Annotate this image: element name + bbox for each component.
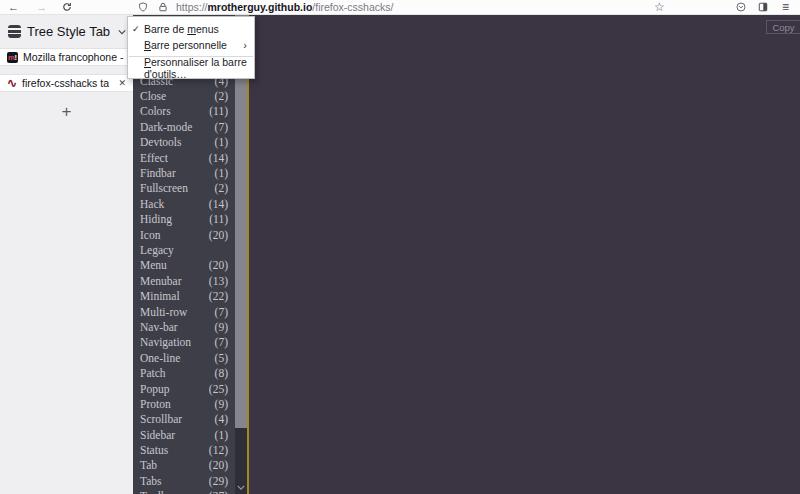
tag-count: (20) <box>209 459 228 471</box>
reload-icon[interactable] <box>62 2 72 16</box>
context-menu: ✓Barre de menusBarre personnelle›Personn… <box>127 16 255 79</box>
tag-count: (4) <box>215 413 228 425</box>
tag-name: Menubar <box>140 275 182 287</box>
tag-name: Menu <box>140 259 167 271</box>
tag-link-status[interactable]: Status(12) <box>133 442 235 457</box>
new-tab-button[interactable]: + <box>0 101 133 123</box>
tag-name: Findbar <box>140 167 176 179</box>
tag-count: (11) <box>209 213 228 225</box>
menu-item-personnaliser-la-barre-d-outils[interactable]: Personnaliser la barre d'outils… <box>128 60 254 76</box>
tag-link-navigation[interactable]: Navigation(7) <box>133 335 235 350</box>
tag-link-one-line[interactable]: One-line(5) <box>133 350 235 365</box>
tag-link-effect[interactable]: Effect(14) <box>133 150 235 165</box>
tag-name: Legacy <box>140 244 174 256</box>
page-content: Classic(4)Close(2)Colors(11)Dark-mode(7)… <box>133 15 800 494</box>
library-icon[interactable] <box>758 2 768 16</box>
lock-icon[interactable] <box>158 2 168 16</box>
tag-count: (13) <box>209 275 228 287</box>
tag-count: (14) <box>209 198 228 210</box>
tag-name: Close <box>140 90 166 102</box>
tag-link-devtools[interactable]: Devtools(1) <box>133 135 235 150</box>
tag-count: (7) <box>215 121 228 133</box>
sidebar-header[interactable]: Tree Style Tab <box>0 15 133 48</box>
bookmark-star-icon[interactable]: ☆ <box>654 0 665 14</box>
tag-link-tabs[interactable]: Tabs(29) <box>133 473 235 488</box>
tag-count: (1) <box>215 167 228 179</box>
tag-count: (20) <box>209 229 228 241</box>
tag-link-hiding[interactable]: Hiding(11) <box>133 212 235 227</box>
tab-label: firefox-csshacks tag browser <box>22 77 109 89</box>
panel-accent-border <box>247 15 249 494</box>
tag-name: Patch <box>140 367 166 379</box>
hamburger-menu-icon[interactable]: ≡ <box>782 0 789 14</box>
tab-label: Mozilla francophone - Com <box>23 51 126 63</box>
tag-name: Proton <box>140 398 171 410</box>
tag-count: (27) <box>209 490 228 494</box>
page-scrollbar[interactable] <box>235 15 247 494</box>
chevron-down-icon[interactable] <box>118 29 126 35</box>
sidebar-tab-list: m!Mozilla francophone - Com∿firefox-cssh… <box>0 48 133 92</box>
tag-link-menu[interactable]: Menu(20) <box>133 258 235 273</box>
tag-link-tab[interactable]: Tab(20) <box>133 458 235 473</box>
tag-link-dark-mode[interactable]: Dark-mode(7) <box>133 119 235 134</box>
sidebar-tab-firefox-csshacks-tag-browser[interactable]: ∿firefox-csshacks tag browser✕ <box>0 74 133 92</box>
tag-link-nav-bar[interactable]: Nav-bar(9) <box>133 319 235 334</box>
tag-name: Devtools <box>140 136 182 148</box>
tag-link-minimal[interactable]: Minimal(22) <box>133 288 235 303</box>
url-path: /firefox-csshacks/ <box>312 1 393 13</box>
tag-count: (22) <box>209 290 228 302</box>
scrollbar-down-arrow-icon[interactable] <box>235 481 247 493</box>
tracking-protection-shield-icon[interactable] <box>138 2 148 16</box>
tag-count: (2) <box>215 182 228 194</box>
tag-name: Nav-bar <box>140 321 178 333</box>
tag-link-patch[interactable]: Patch(8) <box>133 365 235 380</box>
tag-name: Tabs <box>140 475 162 487</box>
tag-name: Minimal <box>140 290 180 302</box>
tag-name: One-line <box>140 352 180 364</box>
tag-link-proton[interactable]: Proton(9) <box>133 396 235 411</box>
tag-count: (1) <box>215 429 228 441</box>
menu-item-barre-de-menus[interactable]: ✓Barre de menus <box>128 21 254 37</box>
url-bar[interactable]: https://mrotherguy.github.io/firefox-css… <box>176 0 393 14</box>
tag-count: (5) <box>215 352 228 364</box>
tag-link-legacy[interactable]: Legacy <box>133 242 235 257</box>
tree-style-tab-icon <box>8 25 21 38</box>
tag-name: Effect <box>140 152 168 164</box>
tag-name: Hack <box>140 198 164 210</box>
tag-count: (20) <box>209 259 228 271</box>
tag-link-sidebar[interactable]: Sidebar(1) <box>133 427 235 442</box>
browser-toolbar: ← → https://mrotherguy.github.io/firefox… <box>0 0 800 15</box>
url-domain: mrotherguy.github.io <box>208 1 313 13</box>
favicon: ∿ <box>7 78 17 89</box>
back-icon[interactable]: ← <box>8 0 19 14</box>
tag-link-fullscreen[interactable]: Fullscreen(2) <box>133 181 235 196</box>
tag-link-multi-row[interactable]: Multi-row(7) <box>133 304 235 319</box>
tag-link-icon[interactable]: Icon(20) <box>133 227 235 242</box>
tag-link-colors[interactable]: Colors(11) <box>133 104 235 119</box>
tag-link-close[interactable]: Close(2) <box>133 88 235 103</box>
tag-link-menubar[interactable]: Menubar(13) <box>133 273 235 288</box>
menu-item-barre-personnelle[interactable]: Barre personnelle› <box>128 37 254 53</box>
tag-count: (12) <box>209 444 228 456</box>
tag-link-popup[interactable]: Popup(25) <box>133 381 235 396</box>
tag-name: Multi-row <box>140 306 187 318</box>
tag-link-findbar[interactable]: Findbar(1) <box>133 165 235 180</box>
tag-name: Tab <box>140 459 157 471</box>
tag-link-toolbar[interactable]: Toolbar(27) <box>133 489 235 494</box>
tag-count: (9) <box>215 321 228 333</box>
tag-count: (7) <box>215 306 228 318</box>
tag-link-hack[interactable]: Hack(14) <box>133 196 235 211</box>
copy-button[interactable]: Copy <box>766 20 800 34</box>
tag-link-scrollbar[interactable]: Scrollbar(4) <box>133 412 235 427</box>
forward-icon[interactable]: → <box>36 0 47 14</box>
favicon: m! <box>7 52 18 63</box>
tag-count: (8) <box>215 367 228 379</box>
pocket-icon[interactable] <box>736 2 746 16</box>
sidebar-tab-mozilla-francophone-com[interactable]: m!Mozilla francophone - Com <box>0 48 133 66</box>
close-tab-icon[interactable]: ✕ <box>114 78 126 88</box>
tag-name: Toolbar <box>140 490 176 494</box>
tag-name: Icon <box>140 229 160 241</box>
tag-name: Sidebar <box>140 429 175 441</box>
tree-style-tab-sidebar: Tree Style Tab m!Mozilla francophone - C… <box>0 15 133 494</box>
tag-name: Scrollbar <box>140 413 182 425</box>
